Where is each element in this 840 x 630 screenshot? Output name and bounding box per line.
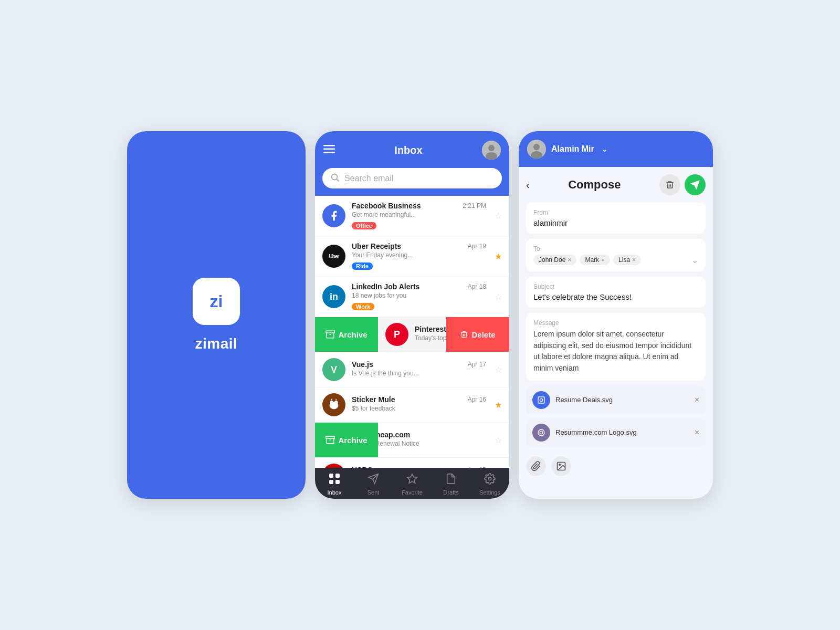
splash-app-name: zimail (195, 335, 238, 352)
subject-value[interactable]: Let's celebrate the Success! (533, 292, 698, 301)
bottom-nav: Inbox Sent Favorite Drafts (315, 468, 509, 499)
nav-favorite[interactable]: Favorite (393, 473, 432, 496)
svg-rect-34 (538, 397, 544, 403)
splash-logo-box: zi (193, 278, 240, 325)
archive-action[interactable]: Archive (315, 317, 378, 352)
email-body-stickermule: Sticker Mule Apr 16 $5 for feedback (352, 395, 486, 414)
svg-point-6 (332, 174, 338, 180)
inbox-header: Inbox (315, 131, 509, 168)
email-item-linkedin[interactable]: in LinkedIn Job Alerts Apr 18 18 new job… (315, 277, 509, 317)
attachment-1-name: Resume Deals.svg (555, 396, 613, 404)
nav-sent[interactable]: Sent (354, 473, 393, 496)
email-body-linkedin: LinkedIn Job Alerts Apr 18 18 new jobs f… (352, 282, 486, 311)
send-button[interactable] (685, 174, 706, 195)
svg-point-35 (540, 398, 542, 401)
inbox-title: Inbox (394, 144, 422, 156)
email-body-hsbc: HSBC Apr 15 One Time Password (352, 466, 486, 468)
svg-point-37 (540, 431, 542, 434)
archive-action-namecheap[interactable]: Archive (315, 423, 378, 457)
svg-point-11 (330, 401, 333, 404)
email-avatar-linkedin: in (322, 285, 345, 308)
email-avatar-hsbc (322, 464, 345, 468)
delete-button[interactable] (659, 174, 680, 195)
star-icon-namecheap[interactable]: ☆ (495, 435, 502, 445)
to-field: To John Doe × Mark × Lisa × ⌄ (526, 239, 706, 271)
svg-rect-2 (323, 152, 335, 153)
compose-user-avatar (527, 140, 546, 159)
star-icon-vuejs[interactable]: ☆ (495, 365, 502, 375)
svg-point-30 (533, 144, 540, 150)
user-avatar[interactable] (482, 141, 501, 160)
nav-inbox-label: Inbox (328, 489, 342, 496)
back-button[interactable]: ‹ (526, 179, 530, 191)
star-icon-facebook[interactable]: ☆ (495, 211, 502, 221)
nav-favorite-label: Favorite (402, 489, 423, 496)
svg-point-12 (334, 401, 338, 404)
email-avatar-uber: Uber (322, 245, 345, 268)
nav-drafts[interactable]: Drafts (432, 473, 470, 496)
email-item-pinterest[interactable]: Archive P Pinterest Apr 19 Today's top t… (315, 317, 509, 352)
attachment-2-name: Resummme.com Logo.svg (555, 428, 637, 436)
email-body-facebook: Facebook Business 2:21 PM Get more meani… (352, 202, 486, 230)
email-item-vuejs[interactable]: V Vue.js Apr 17 Is Vue.js the thing you.… (315, 352, 509, 387)
settings-nav-icon (484, 473, 496, 487)
star-icon-linkedin[interactable]: ☆ (495, 292, 502, 302)
email-body-uber: Uber Receipts Apr 19 Your Friday evening… (352, 242, 486, 270)
email-item-uber[interactable]: Uber Uber Receipts Apr 19 Your Friday ev… (315, 236, 509, 277)
message-text[interactable]: Lorem ipsum dolor sit amet, consectetur … (533, 329, 698, 374)
compose-title-row: ‹ Compose (526, 174, 706, 195)
svg-point-36 (538, 429, 544, 436)
to-expand-icon[interactable]: ⌄ (691, 255, 698, 265)
star-icon-stickermule[interactable]: ★ (495, 400, 502, 410)
email-item-facebook[interactable]: Facebook Business 2:21 PM Get more meani… (315, 196, 509, 236)
compose-user-info: Alamin Mir ⌄ (527, 140, 607, 159)
from-label: From (533, 209, 698, 216)
recipient-mark[interactable]: Mark × (580, 255, 610, 265)
nav-settings[interactable]: Settings (470, 473, 509, 496)
email-avatar-vuejs: V (322, 358, 345, 381)
to-recipients: John Doe × Mark × Lisa × (533, 255, 691, 265)
delete-action[interactable]: Delete (446, 317, 509, 352)
subject-field: Subject Let's celebrate the Success! (526, 277, 706, 308)
star-icon-uber[interactable]: ★ (495, 251, 502, 261)
recipient-john-doe[interactable]: John Doe × (533, 255, 576, 265)
svg-rect-15 (326, 436, 335, 438)
compose-screen: Alamin Mir ⌄ ‹ Compose (519, 131, 713, 499)
from-value[interactable]: alaminmir (533, 218, 698, 227)
email-list: Facebook Business 2:21 PM Get more meani… (315, 196, 509, 468)
email-item-hsbc[interactable]: HSBC Apr 15 One Time Password ☆ (315, 458, 509, 468)
add-attachment-button[interactable] (526, 456, 546, 476)
search-bar[interactable]: Search email (322, 168, 502, 188)
svg-rect-8 (326, 331, 335, 333)
sent-nav-icon (368, 473, 379, 487)
search-bar-wrap: Search email (315, 168, 509, 196)
inbox-nav-icon (329, 473, 340, 487)
hamburger-icon[interactable] (323, 145, 335, 156)
nav-inbox[interactable]: Inbox (315, 473, 354, 496)
email-body-vuejs: Vue.js Apr 17 Is Vue.js the thing you... (352, 360, 486, 379)
from-field: From alaminmir (526, 203, 706, 234)
email-avatar-stickermule (322, 393, 345, 416)
compose-header: Alamin Mir ⌄ (519, 131, 713, 167)
svg-rect-1 (323, 148, 335, 150)
svg-marker-33 (691, 181, 699, 189)
email-item-namecheap[interactable]: Archive N Namecheap.com Domain Renewal N… (315, 423, 509, 458)
search-placeholder: Search email (344, 174, 393, 183)
favorite-nav-icon (406, 473, 418, 487)
remove-john-doe[interactable]: × (568, 256, 571, 264)
attachment-1-icon (532, 391, 550, 409)
add-media-button[interactable] (551, 456, 571, 476)
attachment-1-remove[interactable]: × (695, 395, 699, 405)
remove-lisa[interactable]: × (632, 256, 636, 264)
svg-point-4 (488, 145, 495, 151)
drafts-nav-icon (445, 473, 457, 487)
compose-username: Alamin Mir (551, 144, 594, 154)
remove-mark[interactable]: × (601, 256, 605, 264)
email-item-stickermule[interactable]: Sticker Mule Apr 16 $5 for feedback ★ (315, 387, 509, 423)
compose-add-row (526, 451, 706, 484)
recipient-lisa[interactable]: Lisa × (613, 255, 641, 265)
chevron-down-icon[interactable]: ⌄ (602, 145, 607, 153)
nav-sent-label: Sent (368, 489, 380, 496)
nav-drafts-label: Drafts (443, 489, 458, 496)
attachment-2-remove[interactable]: × (695, 428, 699, 437)
